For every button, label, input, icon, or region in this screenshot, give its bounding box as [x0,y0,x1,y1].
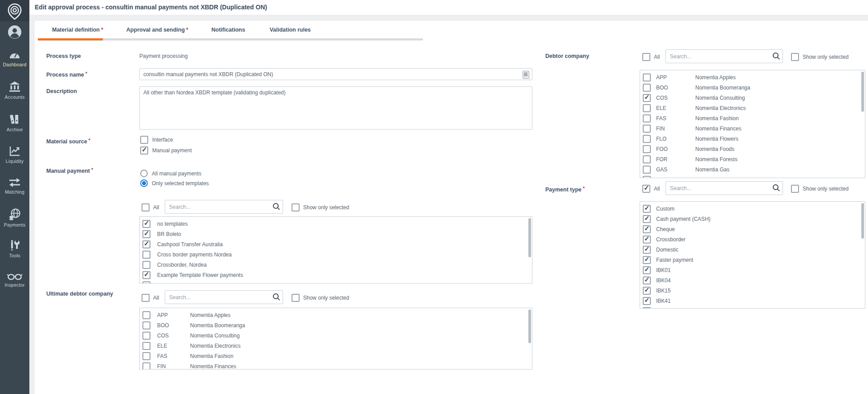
payment-type-search-input[interactable] [665,181,783,195]
list-item[interactable]: BOO Nomentia Boomeranga [140,320,532,330]
radio-button[interactable] [140,179,148,187]
list-item[interactable]: FI HB PAIN001 Flower payments [140,280,532,284]
row-checkbox[interactable] [643,104,651,112]
list-item[interactable]: COS Nomentia Consulting [640,93,865,103]
search-icon[interactable] [773,184,779,190]
sidebar-item-inspector[interactable]: Inspector [0,272,29,288]
row-checkbox[interactable] [643,145,651,153]
row-checkbox[interactable] [643,166,651,174]
checkbox[interactable] [142,203,150,211]
list-item[interactable]: FAS Nomentia Fashion [640,113,865,123]
payment-type-all-checkbox[interactable]: All [642,185,660,193]
row-checkbox[interactable] [142,230,150,238]
row-checkbox[interactable] [142,271,150,279]
process-name-input[interactable] [139,68,532,80]
checkbox[interactable] [642,185,650,193]
templates-show-only-selected[interactable]: Show only selected [292,203,349,211]
row-checkbox[interactable] [643,276,651,284]
scrollbar-thumb[interactable] [861,203,864,239]
row-checkbox[interactable] [643,266,651,274]
debtor-company-search-input[interactable] [665,49,783,63]
list-item[interactable]: FOR Nomentia Forests [640,154,865,164]
checkbox[interactable] [140,146,148,154]
row-checkbox[interactable] [643,155,651,163]
description-textarea[interactable]: All other than Nordea XBDR template (val… [139,86,532,130]
templates-all-checkbox[interactable]: All [142,203,159,211]
list-item[interactable]: APP Nomentia Apples [640,72,865,82]
ultimate-debtor-show-only-selected[interactable]: Show only selected [292,294,349,302]
row-checkbox[interactable] [643,297,651,305]
list-item[interactable]: ELE Nomentia Electronics [640,103,865,113]
user-avatar-icon[interactable] [8,25,22,41]
sidebar-item-liquidity[interactable]: Liquidity [0,145,29,164]
sidebar-item-matching[interactable]: Matching [0,177,29,195]
row-checkbox[interactable] [643,236,651,244]
list-item[interactable]: Example Template Flower payments [140,270,532,280]
scrollbar-thumb[interactable] [528,218,531,257]
material-source-option-interface[interactable]: Interface [140,136,173,144]
row-checkbox[interactable] [142,352,150,360]
search-icon[interactable] [273,293,279,299]
ultimate-debtor-search-input[interactable] [165,290,283,304]
list-item[interactable]: IBK71 [640,306,865,309]
list-item[interactable]: IBK41 [640,296,865,306]
checkbox[interactable] [140,136,148,144]
list-item[interactable]: Cross border payments Nordea [140,249,532,260]
list-item[interactable]: IBK15 [640,285,865,296]
payment-type-show-only-selected[interactable]: Show only selected [791,185,848,193]
row-checkbox[interactable] [643,246,651,254]
sidebar-item-archive[interactable]: Archive [0,114,29,132]
list-item[interactable]: FIN Nomentia Finances [640,123,865,134]
list-item[interactable]: no templates [140,219,532,229]
sidebar-item-accounts[interactable]: Accounts [0,81,29,100]
row-checkbox[interactable] [643,256,651,264]
row-checkbox[interactable] [142,281,150,284]
row-checkbox[interactable] [142,311,150,319]
sidebar-item-tools[interactable]: Tools [0,240,29,258]
list-item[interactable]: Faster payment [640,255,865,265]
app-logo-icon[interactable] [6,3,23,22]
checkbox[interactable] [142,294,150,302]
row-checkbox[interactable] [643,94,651,102]
row-checkbox[interactable] [643,84,651,92]
row-checkbox[interactable] [142,362,150,370]
list-item[interactable]: Cashpool Transfer Australia [140,239,532,249]
row-checkbox[interactable] [643,205,651,213]
list-item[interactable]: GAS Nomentia Gas [640,164,865,175]
row-checkbox[interactable] [643,225,651,233]
list-item[interactable]: FIN Nomentia Finances [140,361,532,370]
list-item[interactable]: ELE Nomentia Electronics [140,341,532,351]
row-checkbox[interactable] [142,240,150,248]
checkbox[interactable] [791,53,799,61]
list-item[interactable]: Crossborder [640,234,865,244]
material-source-option-manual-payment[interactable]: Manual payment [140,146,192,154]
manual-payment-option-selected-templates[interactable]: Only selected templates [140,179,209,187]
scrollbar-thumb[interactable] [861,72,864,112]
scrollbar-thumb[interactable] [528,309,531,343]
row-checkbox[interactable] [643,176,651,179]
list-item[interactable]: Custom [640,203,865,214]
row-checkbox[interactable] [643,114,651,122]
list-item[interactable]: FOO Nomentia Foods [640,144,865,154]
checkbox[interactable] [292,203,300,211]
row-checkbox[interactable] [142,261,150,269]
search-icon[interactable] [773,53,779,58]
list-item[interactable]: COS Nomentia Consulting [140,330,532,341]
checkbox[interactable] [292,294,300,302]
list-item[interactable]: APP Nomentia Apples [140,310,532,320]
ultimate-debtor-all-checkbox[interactable]: All [142,294,159,302]
row-checkbox[interactable] [643,307,651,309]
sidebar-item-payments[interactable]: Payments [0,208,29,227]
row-checkbox[interactable] [643,125,651,133]
list-item[interactable]: Domestic [640,244,865,255]
row-checkbox[interactable] [643,73,651,81]
checkbox[interactable] [791,185,799,193]
debtor-company-show-only-selected[interactable]: Show only selected [791,53,848,61]
tab-approval-and-sending[interactable]: Approval and sending* [126,27,188,33]
row-checkbox[interactable] [643,135,651,143]
row-checkbox[interactable] [142,321,150,329]
row-checkbox[interactable] [643,215,651,223]
radio-button[interactable] [140,170,148,177]
input-addon-icon[interactable] [523,71,529,79]
row-checkbox[interactable] [142,332,150,340]
